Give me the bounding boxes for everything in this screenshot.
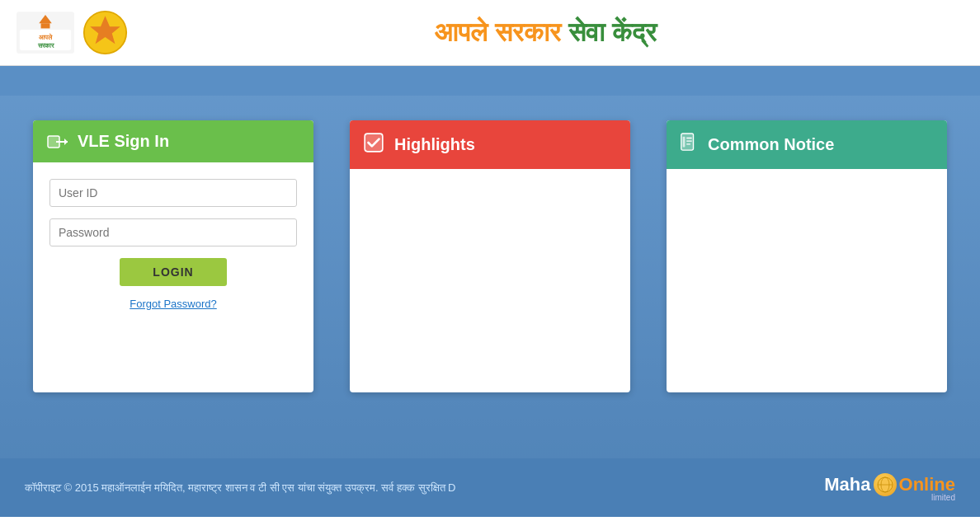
common-notice-body: [667, 169, 947, 392]
highlights-card: Highlights: [350, 120, 630, 392]
highlights-label: Highlights: [394, 135, 475, 154]
logo-group: आपले सरकार: [16, 10, 128, 55]
signin-form: LOGIN Forgot Password?: [33, 162, 313, 326]
login-button-wrap: LOGIN: [49, 258, 297, 286]
signin-card: VLE Sign In LOGIN Forgot Password?: [33, 120, 313, 392]
aapale-sarkar-logo: आपले सरकार: [16, 10, 74, 55]
forgot-password-link[interactable]: Forgot Password?: [49, 298, 297, 310]
svg-rect-2: [41, 23, 50, 28]
copyright-text: कॉपीराइट © 2015 महाऑनलाईन मयिदित, महाराष…: [25, 481, 456, 495]
second-logo: [82, 10, 128, 55]
navigation-bar: [0, 66, 980, 96]
page-title: आपले सरकार सेवा केंद्र: [128, 17, 964, 48]
maha-online-brand: Maha Online limited: [824, 473, 955, 502]
common-notice-card-header: Common Notice: [667, 120, 947, 169]
common-notice-card: Common Notice: [667, 120, 947, 392]
highlights-card-header: Highlights: [350, 120, 630, 169]
userid-input[interactable]: [49, 179, 297, 207]
login-button[interactable]: LOGIN: [120, 258, 226, 286]
highlights-body: [350, 169, 630, 392]
common-notice-label: Common Notice: [708, 135, 834, 154]
document-icon: [680, 132, 698, 157]
password-input[interactable]: [49, 218, 297, 246]
globe-icon: [874, 473, 897, 496]
svg-text:सरकार: सरकार: [37, 42, 54, 49]
signin-icon: [46, 133, 68, 151]
maha-text: Maha: [824, 474, 870, 495]
svg-text:आपले: आपले: [39, 33, 53, 41]
signin-label: VLE Sign In: [78, 132, 169, 151]
svg-rect-13: [683, 137, 686, 148]
check-icon: [363, 132, 384, 157]
signin-card-header: VLE Sign In: [33, 120, 313, 162]
svg-marker-10: [64, 138, 68, 145]
site-header: आपले सरकार आपले सरकार सेवा केंद्र: [0, 0, 980, 66]
main-content: VLE Sign In LOGIN Forgot Password? Highl…: [0, 96, 980, 458]
site-footer: कॉपीराइट © 2015 महाऑनलाईन मयिदित, महाराष…: [0, 458, 980, 517]
